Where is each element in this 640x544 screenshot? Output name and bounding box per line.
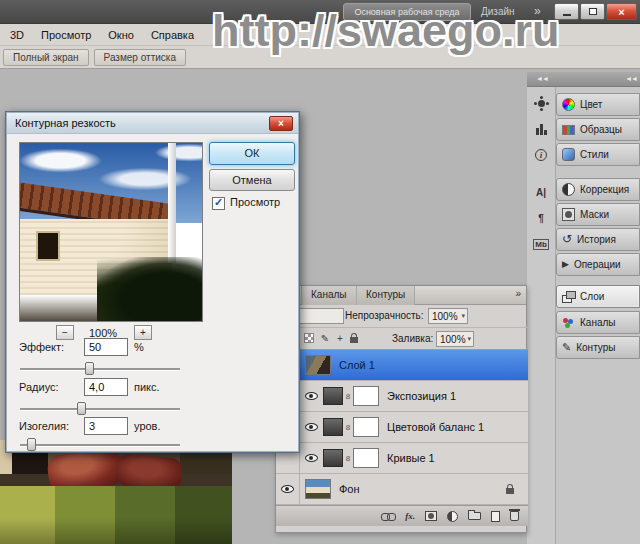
panel-menu-icon[interactable]: » [515,288,521,299]
histogram-icon[interactable] [527,121,555,137]
full-screen-button[interactable]: Полный экран [3,49,89,66]
unsharp-mask-dialog: Контурная резкость × − 100% + ОК Отмена … [5,111,300,453]
opacity-label: Непрозрачность: [345,310,424,321]
lock-row: ✎ + Заливка: 100% [276,328,528,349]
collapse-panels-icon[interactable]: ◄◄ [625,75,637,82]
radius-slider[interactable] [20,402,180,416]
layer-thumbnail[interactable] [305,479,331,499]
amount-slider[interactable] [20,362,180,376]
preview-checkbox-label: Просмотр [230,196,280,208]
minimize-icon [563,14,571,16]
delete-layer-icon[interactable] [510,511,519,521]
layers-icon [562,290,575,303]
restore-button[interactable] [580,3,605,20]
layer-row-background[interactable]: Фон [276,474,528,505]
layer-row-exposure[interactable]: Экспозиция 1 [276,381,528,412]
paragraph-panel-icon[interactable]: ¶ [527,210,555,226]
threshold-slider-thumb[interactable] [27,438,36,451]
panel-button-channels[interactable]: Каналы [556,311,640,334]
visibility-eye-icon[interactable] [305,392,318,400]
preview-window [36,231,60,261]
measurement-log-icon[interactable]: Mb [527,236,555,252]
photoshop-window: Основная рабочая среда Дизайн » × 3D Про… [0,0,640,544]
menu-window[interactable]: Окно [108,29,134,41]
preview-checkbox[interactable] [212,197,225,210]
menu-3d[interactable]: 3D [10,29,24,41]
preview-image[interactable] [19,142,203,322]
panel-button-color[interactable]: Цвет [556,93,640,116]
panel-icon-strip: i A| ¶ Mb [527,87,556,544]
visibility-eye-icon[interactable] [305,454,318,462]
layer-style-fx-icon[interactable]: fx. [405,511,415,521]
tab-paths[interactable]: Контуры [356,286,415,305]
collapse-panels-icon[interactable]: ◄◄ [536,75,548,82]
amount-input[interactable] [84,338,128,356]
zoom-out-button[interactable]: − [56,325,74,340]
styles-icon [562,148,575,161]
mask-thumbnail[interactable] [353,448,379,468]
new-group-icon[interactable] [468,512,481,520]
lock-all-icon[interactable] [348,332,360,344]
link-layers-icon[interactable] [381,513,395,520]
mask-thumbnail[interactable] [353,417,379,437]
lock-position-icon[interactable]: + [334,332,346,344]
ok-button[interactable]: ОК [209,142,295,165]
dialog-close-button[interactable]: × [269,116,293,131]
radius-unit: пикс. [134,381,160,393]
info-icon[interactable]: i [527,147,555,163]
photo-grass [0,486,232,544]
layers-panel: Каналы Контуры » Непрозрачность: 100% ✎ … [275,285,527,533]
visibility-eye-icon[interactable] [281,485,294,493]
panel-button-masks[interactable]: Маски [556,203,640,226]
lock-transparency-icon[interactable] [303,332,315,344]
add-layer-mask-icon[interactable] [425,511,437,521]
layer-name: Цветовой баланс 1 [387,421,484,433]
layer-thumbnail[interactable] [305,355,331,375]
layer-row-curves[interactable]: Кривые 1 [276,443,528,474]
document-canvas[interactable] [0,440,232,544]
radius-slider-thumb[interactable] [77,402,86,415]
visibility-eye-icon[interactable] [305,423,318,431]
new-adjustment-layer-icon[interactable] [447,511,458,522]
cancel-button[interactable]: Отмена [209,169,295,191]
panel-button-layers[interactable]: Слои [556,285,640,308]
threshold-input[interactable] [84,417,128,435]
panel-button-actions[interactable]: ▶ Операции [556,253,640,276]
layer-row-color-balance[interactable]: Цветовой баланс 1 [276,412,528,443]
actions-icon: ▶ [562,258,569,271]
layer-row-layer1[interactable]: Слой 1 [276,350,528,381]
close-button[interactable]: × [606,3,637,20]
dock-header: ◄◄ ◄◄ [527,72,640,87]
opacity-select[interactable]: 100% [428,308,468,324]
paths-icon: ✎ [562,341,571,354]
radius-input[interactable] [84,378,128,396]
menu-help[interactable]: Справка [151,29,194,41]
mask-thumbnail[interactable] [353,386,379,406]
print-size-button[interactable]: Размер оттиска [94,49,186,66]
adjustment-thumbnail[interactable] [323,418,343,436]
lock-pixels-icon[interactable]: ✎ [319,332,331,344]
character-panel-icon[interactable]: A| [527,184,555,200]
sun-icon[interactable] [527,95,555,111]
tab-channels[interactable]: Каналы [301,286,357,305]
panel-button-history[interactable]: ↺ История [556,228,640,251]
masks-icon [562,208,575,221]
panel-button-swatches[interactable]: Образцы [556,118,640,141]
panel-button-adjustments[interactable]: Коррекция [556,178,640,201]
menu-view[interactable]: Просмотр [41,29,91,41]
zoom-in-button[interactable]: + [134,325,152,340]
panel-button-paths[interactable]: ✎ Контуры [556,336,640,359]
new-layer-icon[interactable] [491,511,500,522]
amount-slider-thumb[interactable] [85,362,94,375]
layer-name: Фон [339,483,360,495]
adjustment-thumbnail[interactable] [323,449,343,467]
adjustment-thumbnail[interactable] [323,387,343,405]
fill-select[interactable]: 100% [436,331,474,347]
layers-panel-tabs: Каналы Контуры » [276,286,526,305]
layer-list: Слой 1 Экспозиция 1 Цветовой баланс 1 [276,349,528,505]
dialog-title[interactable]: Контурная резкость [7,113,298,134]
sun-icon [538,100,545,107]
adjustments-icon [562,183,575,196]
threshold-slider[interactable] [20,438,180,452]
panel-button-styles[interactable]: Стили [556,143,640,166]
